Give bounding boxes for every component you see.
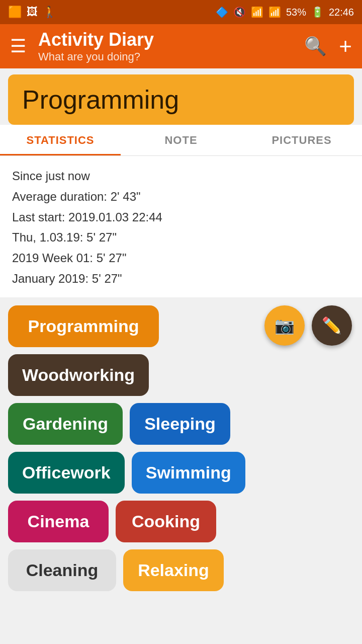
activity-cooking[interactable]: Cooking (116, 501, 216, 542)
activity-officework[interactable]: Officework (8, 452, 125, 494)
activity-cinema[interactable]: Cinema (8, 501, 109, 542)
stat-last-start: Last start: 2019.01.03 22:44 (12, 207, 350, 228)
status-bar: 🟧 🖼 🚶 🔷 🔇 📶 📶 53% 🔋 22:46 (0, 0, 362, 24)
tab-pictures[interactable]: PICTURES (241, 125, 362, 155)
camera-fab[interactable]: 📷 (264, 305, 305, 346)
status-left-icons: 🟧 🖼 🚶 (8, 6, 56, 19)
activity-gardening[interactable]: Gardening (8, 403, 123, 445)
activity-sleeping[interactable]: Sleeping (130, 403, 230, 445)
battery-icon: 🔋 (311, 6, 324, 18)
camera-icon: 📷 (275, 316, 295, 335)
menu-button[interactable]: ☰ (10, 36, 26, 57)
edit-fab[interactable]: ✏️ (312, 305, 352, 346)
statistics-section: Since just now Average duration: 2' 43" … (0, 156, 362, 297)
image-icon: 🖼 (27, 6, 38, 19)
toolbar-title-area: Activity Diary What are you doing? (38, 29, 292, 63)
signal-icon: 📶 (268, 6, 281, 18)
search-button[interactable]: 🔍 (304, 36, 327, 57)
tab-statistics[interactable]: STATISTICS (0, 125, 121, 155)
tab-note[interactable]: NOTE (121, 125, 241, 155)
activities-grid: 📷 ✏️ Programming Woodworking Gardening S… (0, 297, 362, 610)
activities-row-4: Cinema Cooking (8, 501, 354, 542)
activity-programming[interactable]: Programming (8, 305, 159, 347)
toolbar: ☰ Activity Diary What are you doing? 🔍 + (0, 24, 362, 68)
add-activity-button[interactable]: + (339, 34, 352, 59)
activity-cleaning[interactable]: Cleaning (8, 549, 116, 591)
status-right-icons: 🔷 🔇 📶 📶 53% 🔋 22:46 (216, 6, 354, 18)
activity-relaxing[interactable]: Relaxing (123, 549, 224, 591)
clock: 22:46 (329, 7, 354, 18)
tabs-bar: STATISTICS NOTE PICTURES (0, 125, 362, 156)
activities-row-3: Officework Swimming (8, 452, 354, 494)
bluetooth-icon: 🔷 (216, 6, 228, 18)
edit-icon: ✏️ (322, 316, 342, 335)
stat-monthly: January 2019: 5' 27" (12, 269, 350, 289)
activities-row-2: Gardening Sleeping (8, 403, 354, 445)
activities-row-5: Cleaning Relaxing (8, 549, 354, 591)
stat-daily: Thu, 1.03.19: 5' 27" (12, 227, 350, 248)
app-icon: 🟧 (8, 6, 22, 19)
app-subtitle: What are you doing? (38, 50, 292, 63)
stat-weekly: 2019 Week 01: 5' 27" (12, 248, 350, 269)
stat-since: Since just now (12, 166, 350, 187)
activity-icon: 🚶 (43, 6, 56, 19)
wifi-icon: 📶 (251, 6, 263, 18)
fab-container: 📷 ✏️ (264, 305, 352, 346)
current-activity-name: Programming (22, 85, 340, 115)
mute-icon: 🔇 (233, 6, 246, 18)
current-activity-card[interactable]: Programming (8, 74, 354, 125)
battery-percent: 53% (286, 7, 306, 18)
stat-avg-duration: Average duration: 2' 43" (12, 187, 350, 207)
activity-woodworking[interactable]: Woodworking (8, 354, 149, 396)
activity-swimming[interactable]: Swimming (132, 452, 245, 494)
app-title: Activity Diary (38, 29, 292, 50)
